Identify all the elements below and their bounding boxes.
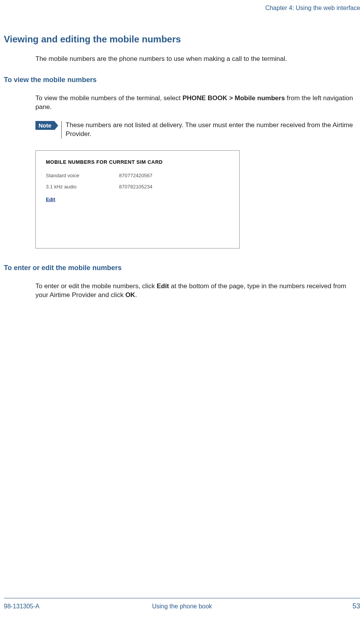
footer-page-number: 53 [352,602,360,610]
table-row: 3.1 kHz audio 870782105234 [46,184,229,190]
screenshot-title: MOBILE NUMBERS FOR CURRENT SIM CARD [46,159,229,165]
section-title: Viewing and editing the mobile numbers [4,34,360,45]
note-content: These numbers are not listed at delivery… [61,121,357,139]
text-fragment: . [135,291,137,299]
text-fragment: To enter or edit the mobile numbers, cli… [35,282,157,290]
note-block: Note These numbers are not listed at del… [4,121,360,139]
subsection-edit-text: To enter or edit the mobile numbers, cli… [4,282,360,300]
row-value: 870782105234 [119,184,229,190]
row-label: 3.1 kHz audio [46,184,119,190]
row-value: 870772420567 [119,173,229,178]
subsection-edit-title: To enter or edit the mobile numbers [4,264,360,272]
chapter-header: Chapter 4: Using the web interface [4,5,360,12]
section-intro: The mobile numbers are the phone numbers… [4,55,360,64]
edit-bold: Edit [157,282,169,290]
ok-bold: OK [125,291,135,299]
nav-path-bold: PHONE BOOK > Mobile numbers [183,94,285,102]
page-footer: 98-131305-A Using the phone book 53 [4,598,360,610]
subsection-view-title: To view the mobile numbers [4,76,360,84]
footer-center: Using the phone book [152,603,212,610]
text-fragment: To view the mobile numbers of the termin… [35,94,183,102]
row-label: Standard voice [46,173,119,178]
footer-doc-id: 98-131305-A [4,603,40,610]
note-badge: Note [35,121,54,130]
screenshot-panel: MOBILE NUMBERS FOR CURRENT SIM CARD Stan… [35,150,240,249]
table-row: Standard voice 870772420567 [46,173,229,178]
edit-link[interactable]: Edit [46,196,55,202]
subsection-view-text: To view the mobile numbers of the termin… [4,94,360,112]
